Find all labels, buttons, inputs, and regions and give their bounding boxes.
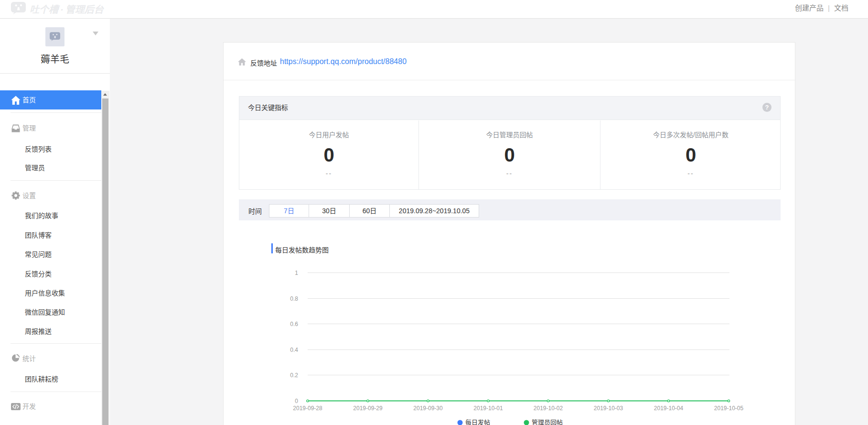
svg-text:2019-09-30: 2019-09-30 [413, 405, 443, 412]
svg-text:2019-10-02: 2019-10-02 [534, 405, 563, 412]
svg-text:1: 1 [295, 270, 298, 276]
svg-text:2019-09-28: 2019-09-28 [293, 405, 322, 412]
svg-text:0: 0 [295, 398, 298, 404]
svg-text:管理员回帖: 管理员回帖 [532, 419, 563, 425]
svg-text:2019-10-05: 2019-10-05 [714, 405, 744, 412]
svg-text:0.4: 0.4 [290, 347, 298, 353]
svg-text:2019-10-03: 2019-10-03 [594, 405, 623, 412]
svg-text:2019-10-01: 2019-10-01 [473, 405, 503, 412]
svg-text:0.8: 0.8 [290, 295, 298, 302]
svg-text:2019-09-29: 2019-09-29 [353, 405, 383, 412]
svg-text:0.6: 0.6 [290, 321, 298, 327]
svg-text:2019-10-04: 2019-10-04 [654, 405, 684, 412]
svg-text:每日发帖: 每日发帖 [465, 419, 490, 425]
svg-text:0.2: 0.2 [290, 372, 298, 379]
